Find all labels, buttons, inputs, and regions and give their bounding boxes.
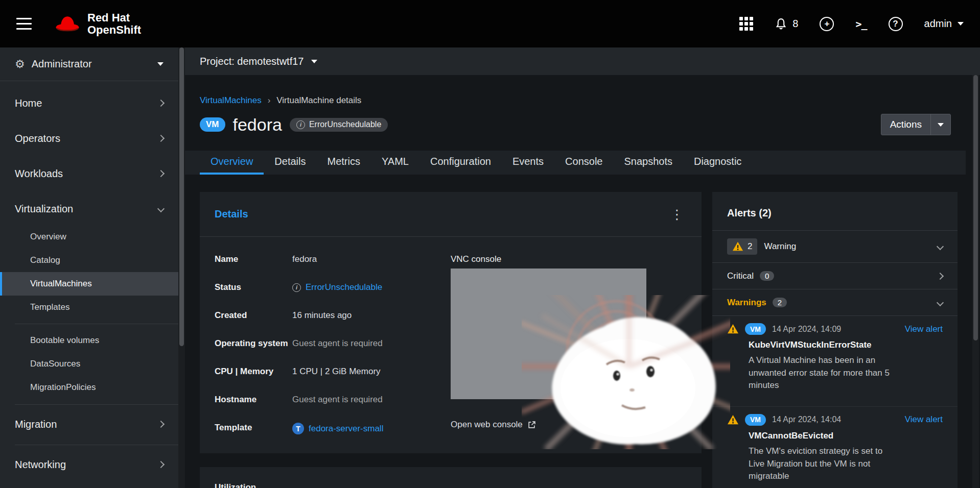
tab-overview[interactable]: Overview [200,151,264,175]
status-badge: i ErrorUnschedulable [290,118,388,132]
warning-icon [727,323,739,335]
brand-line-2: OpenShift [87,24,141,36]
sidebar-item-migrationpolicies[interactable]: MigrationPolicies [0,376,178,399]
vnc-console-preview[interactable] [451,269,646,399]
import-button[interactable]: + [820,17,834,31]
vm-kind-badge: VM [200,117,225,132]
masthead-toolbar: 8 + >_ ? admin [739,17,964,31]
gear-icon: ⚙ [15,58,25,71]
tab-diagnostic[interactable]: Diagnostic [683,151,752,175]
main-content: Project: demotestwtf17 VirtualMachines V… [185,47,980,488]
sidebar-item-migration[interactable]: Migration [0,409,178,439]
tab-events[interactable]: Events [502,151,554,175]
sidebar-item-datasources[interactable]: DataSources [0,352,178,376]
alert-item: VM 14 Apr 2024, 14:04 View alert VMCanno… [712,407,958,488]
chevron-right-icon [157,461,165,468]
sidebar-item-templates[interactable]: Templates [0,296,178,319]
project-selector[interactable]: Project: demotestwtf17 [185,47,980,75]
alert-title: VMCannotBeEvicted [749,431,943,441]
tab-metrics[interactable]: Metrics [317,151,371,175]
warning-icon [727,414,739,426]
sidebar-item-operators[interactable]: Operators [0,124,178,153]
details-card: Details ⋮ Name fedora Status [200,192,702,453]
alert-title: KubeVirtVMStuckInErrorState [749,340,943,350]
chevron-down-icon [937,243,944,250]
sidebar-item-home[interactable]: Home [0,88,178,118]
page-scrollbar[interactable] [972,75,979,488]
detail-row-os: Operating system Guest agent is required [215,338,451,349]
sidebar-scrollbar[interactable] [178,47,185,488]
alerts-card: Alerts (2) 2 Warning [712,192,958,488]
template-badge-icon: T [292,423,304,434]
status-badge-label: ErrorUnschedulable [309,120,381,129]
chevron-down-icon [958,22,964,26]
alert-item: VM 14 Apr 2024, 14:09 View alert KubeVir… [712,316,958,407]
info-icon: i [292,283,301,292]
detail-row-created: Created 16 minutes ago [215,310,451,321]
warnings-section-row[interactable]: Warnings 2 [712,289,958,316]
sidebar-item-virtualmachines[interactable]: VirtualMachines [0,272,178,296]
sidebar-item-networking[interactable]: Networking [0,450,178,479]
tab-bar: Overview Details Metrics YAML Configurat… [185,151,966,175]
perspective-label: Administrator [32,58,92,70]
tab-console[interactable]: Console [554,151,613,175]
chevron-down-icon [157,62,164,66]
tab-configuration[interactable]: Configuration [419,151,502,175]
chevron-right-icon [157,421,165,428]
view-alert-link[interactable]: View alert [905,414,943,425]
masthead: Red Hat OpenShift 8 + >_ ? admin [0,0,980,47]
terminal-icon[interactable]: >_ [855,18,867,30]
scrollbar-thumb[interactable] [179,47,184,346]
kebab-menu-icon[interactable]: ⋮ [667,208,687,221]
alerts-card-title: Alerts (2) [712,192,958,230]
plus-icon: + [824,19,829,29]
detail-row-template: Template T fedora-server-small [215,423,451,434]
brand[interactable]: Red Hat OpenShift [54,12,141,36]
critical-count-badge: 0 [760,271,774,281]
warning-summary-badge: 2 [727,238,757,255]
vnc-console-label: VNC console [451,254,687,264]
actions-button[interactable]: Actions [881,114,951,135]
alerts-summary-row[interactable]: 2 Warning [712,230,958,263]
perspective-switcher[interactable]: ⚙ Administrator [0,47,178,81]
tab-yaml[interactable]: YAML [371,151,419,175]
template-link[interactable]: fedora-server-small [309,424,383,434]
user-menu[interactable]: admin [924,18,964,30]
chevron-down-icon [930,114,950,135]
notification-count: 8 [792,18,798,30]
vm-kind-badge: VM [745,323,766,335]
tab-details[interactable]: Details [264,151,316,175]
chevron-down-icon [937,299,944,306]
nav-toggle-icon[interactable] [16,18,32,30]
critical-section-row[interactable]: Critical 0 [712,263,958,289]
tab-snapshots[interactable]: Snapshots [613,151,683,175]
alert-description: A Virtual Machine has been in an unwante… [749,354,898,392]
status-link[interactable]: ErrorUnschedulable [306,282,382,292]
app-launcher-icon[interactable] [739,17,753,31]
open-web-console-link[interactable]: Open web console [451,420,687,430]
warning-icon [732,241,743,252]
sidebar-item-virtualization[interactable]: Virtualization [0,194,178,224]
alert-description: The VM's eviction strategy is set to Liv… [749,445,898,483]
scrollbar-thumb[interactable] [973,75,978,340]
bell-icon [775,17,787,30]
page-header: VM fedora i ErrorUnschedulable Actions [200,114,951,135]
vm-kind-badge: VM [745,414,766,426]
breadcrumb-current: VirtualMachine details [276,95,361,106]
username: admin [924,18,952,30]
chevron-down-icon [157,205,165,212]
notifications-button[interactable]: 8 [775,17,798,30]
alert-timestamp: 14 Apr 2024, 14:04 [772,415,841,424]
help-icon[interactable]: ? [889,17,903,31]
sidebar-item-catalog[interactable]: Catalog [0,249,178,272]
warnings-count-badge: 2 [773,298,787,307]
view-alert-link[interactable]: View alert [905,324,943,334]
sidebar: ⚙ Administrator Home Operators Workloads… [0,47,185,488]
details-card-title[interactable]: Details [215,208,248,220]
sidebar-item-virt-overview[interactable]: Overview [0,225,178,249]
sidebar-item-workloads[interactable]: Workloads [0,159,178,188]
sidebar-item-bootable-volumes[interactable]: Bootable volumes [0,329,178,352]
virtualization-subnav: Overview Catalog VirtualMachines Templat… [0,225,178,399]
details-list: Name fedora Status i ErrorUnschedulable [215,254,451,452]
breadcrumb-virtualmachines[interactable]: VirtualMachines [200,95,262,106]
